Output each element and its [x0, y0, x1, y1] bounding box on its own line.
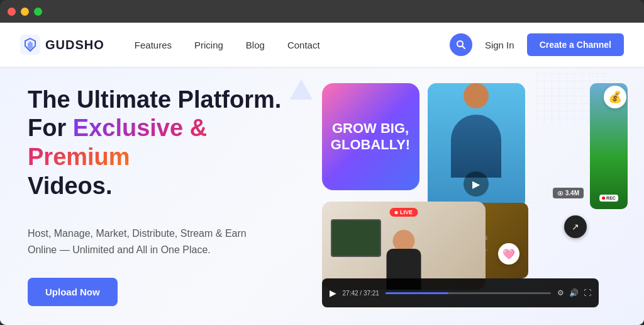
blackboard: [331, 219, 381, 257]
podcast-head: [464, 83, 489, 108]
nav-features[interactable]: Features: [135, 40, 172, 50]
hero-right: GROW BIG, GLOBALLY! ▶ 💰: [309, 67, 644, 325]
browser-chrome: [0, 0, 644, 23]
views-badge: 3.4M: [553, 188, 584, 198]
player-volume-icon[interactable]: 🔊: [569, 288, 579, 297]
rec-badge: REC: [599, 195, 618, 202]
player-settings-icon[interactable]: ⚙: [557, 288, 564, 297]
video-player-bar[interactable]: ▶ 27:42 / 37:21 ⚙ 🔊 ⛶: [322, 278, 599, 307]
hero-left: The Ultimate Platform. For Exclusive & P…: [0, 67, 309, 325]
hero-title-line2-plain: For: [28, 115, 73, 141]
podcast-card: ▶: [428, 83, 525, 209]
logo-icon: [20, 35, 40, 55]
hero-title: The Ultimate Platform. For Exclusive & P…: [28, 86, 289, 200]
browser-content: GUDSHO Features Pricing Blog Contact Sig…: [0, 23, 644, 325]
player-time: 27:42 / 37:21: [343, 290, 379, 297]
traffic-light-green[interactable]: [34, 8, 42, 16]
rec-dot: [602, 197, 605, 200]
player-progress-fill: [386, 292, 448, 294]
player-progress-bar[interactable]: [386, 292, 551, 294]
svg-point-5: [559, 192, 561, 194]
hero-title-line3: Videos.: [28, 173, 112, 199]
player-fullscreen-icon[interactable]: ⛶: [584, 288, 591, 297]
live-dot: [394, 211, 397, 214]
upload-now-button[interactable]: Upload Now: [28, 278, 118, 306]
nav-pricing[interactable]: Pricing: [194, 40, 223, 50]
sign-in-button[interactable]: Sign In: [485, 40, 514, 50]
share-badge[interactable]: ↗: [564, 215, 587, 238]
nav-contact[interactable]: Contact: [287, 40, 320, 50]
logo[interactable]: GUDSHO: [20, 35, 104, 55]
podcast-play-button[interactable]: ▶: [464, 171, 489, 197]
navbar: GUDSHO Features Pricing Blog Contact Sig…: [0, 23, 644, 67]
svg-line-2: [462, 46, 465, 48]
search-icon: [456, 40, 466, 50]
logo-text: GUDSHO: [45, 38, 104, 52]
live-badge: LIVE: [389, 208, 418, 217]
create-channel-button[interactable]: Create a Channel: [527, 33, 624, 56]
hero-subtitle: Host, Manage, Market, Distribute, Stream…: [28, 225, 289, 258]
live-card: LIVE: [322, 202, 486, 290]
podcast-silhouette: [451, 115, 501, 178]
live-card-inner: LIVE: [322, 202, 486, 290]
money-badge: 💰: [604, 86, 626, 108]
grow-big-card: GROW BIG, GLOBALLY!: [322, 83, 419, 190]
player-play-button[interactable]: ▶: [330, 288, 336, 298]
search-button[interactable]: [450, 33, 472, 56]
grow-big-text: GROW BIG, GLOBALLY!: [322, 114, 419, 160]
podcast-card-inner: ▶: [428, 83, 525, 209]
nav-links: Features Pricing Blog Contact: [135, 40, 450, 50]
traffic-light-yellow[interactable]: [21, 8, 29, 16]
heart-badge: 🩷: [498, 243, 519, 265]
hero-section: The Ultimate Platform. For Exclusive & P…: [0, 67, 644, 325]
traffic-light-red[interactable]: [8, 8, 16, 16]
nav-blog[interactable]: Blog: [246, 40, 265, 50]
eye-icon: [557, 190, 564, 197]
hero-title-line1: The Ultimate Platform.: [28, 86, 281, 113]
collage: GROW BIG, GLOBALLY! ▶ 💰: [309, 77, 634, 315]
player-controls: ⚙ 🔊 ⛶: [557, 288, 591, 297]
nav-right: Sign In Create a Channel: [450, 33, 624, 56]
